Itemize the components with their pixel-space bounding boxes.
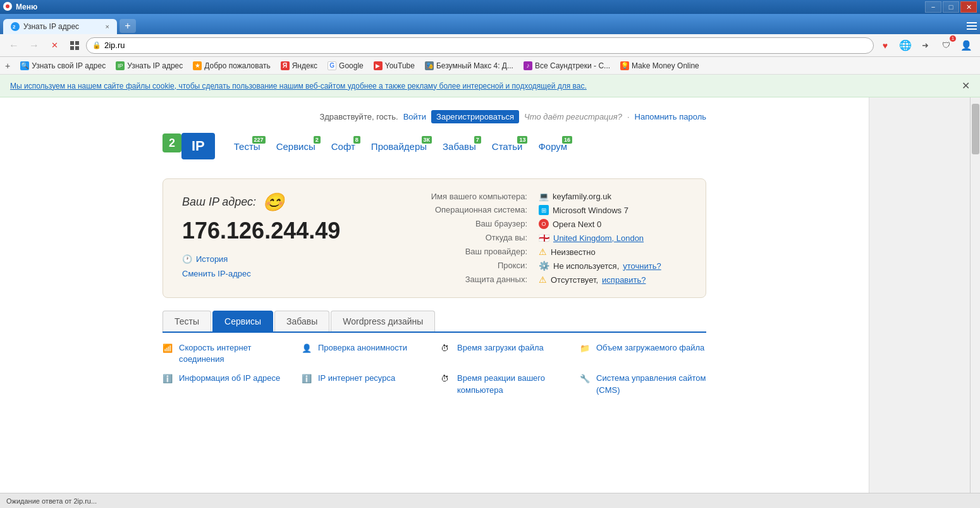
tab-close-button[interactable]: × [106,23,109,30]
data-fix-link[interactable]: исправить? [602,275,646,285]
bookmark-item-8[interactable]: 💡 Make Money Online [618,60,702,71]
label-provider: Ваш провайдер: [384,247,532,257]
label-browser: Ваш браузер: [384,219,532,229]
tab-wordpress[interactable]: Wordpress дизайны [331,311,435,331]
nav-item-servisy: 2 Сервисы [276,141,315,152]
ip-address: 176.126.244.49 [182,218,359,244]
proxy-clarify-link[interactable]: уточнить? [623,261,661,271]
what-gives-link[interactable]: Что даёт регистрация? [524,112,622,121]
os-icon: ⊞ [539,205,549,215]
greeting-label: Здравствуйте, гость. [319,112,398,121]
login-link[interactable]: Войти [403,112,426,121]
logo-number: 2 [162,133,181,152]
grid-button[interactable] [66,37,83,54]
service-item-3: 📁 Объем загружаемого файла [580,342,706,365]
ip-left-panel: Ваш IP адрес: 😊 176.126.244.49 🕐 История… [182,192,359,285]
nav-link-soft[interactable]: Софт [331,141,355,152]
site-body: Здравствуйте, гость. Войти Зарегистриров… [150,97,719,412]
ip-history-link[interactable]: 🕐 История [182,254,359,264]
logo-and-nav: 2 IP 227 Тесты 2 Сервисы 8 Софт [162,127,706,172]
nav-link-zabavy[interactable]: Забавы [443,141,476,152]
register-link[interactable]: Зарегистрироваться [431,110,519,123]
globe-button[interactable]: 🌐 [897,37,914,54]
service-icon-7: 🔧 [580,374,592,387]
bookmark-item-1[interactable]: IP Узнать IP адрес [113,60,185,71]
profile-button[interactable]: 👤 [957,37,975,54]
maximize-button[interactable]: □ [943,1,959,13]
label-location: Откуда вы: [384,233,532,243]
value-provider: ⚠ Неизвестно [539,247,687,257]
service-link-1[interactable]: Проверка анонимности [318,342,407,354]
content-wrapper: Здравствуйте, гость. Войти Зарегистриров… [0,97,980,508]
tab-servisy[interactable]: Сервисы [212,311,273,331]
badge-stati: 13 [517,136,527,144]
back-button[interactable]: ← [5,37,23,54]
value-location: 🏴󠁧󠁢󠁥󠁮󠁧󠁿 United Kingdom, London [539,233,687,243]
svg-text:2: 2 [13,24,16,30]
add-bookmark-button[interactable]: + [5,61,10,71]
warning-icon-provider: ⚠ [539,247,547,257]
flag-icon: 🏴󠁧󠁢󠁥󠁮󠁧󠁿 [539,233,549,243]
main-content: Здравствуйте, гость. Войти Зарегистриров… [0,97,869,508]
svg-rect-9 [75,46,79,50]
stop-reload-button[interactable]: ✕ [46,37,63,54]
nav-item-zabavy: 7 Забавы [443,141,476,152]
tab-bar: 2 Узнать IP адрес × + [0,14,980,34]
remind-password-link[interactable]: Напомнить пароль [635,112,706,121]
share-button[interactable] [917,37,934,54]
location-link[interactable]: United Kingdom, London [553,233,644,243]
service-link-2[interactable]: Время загрузки файла [457,342,544,354]
nav-item-testy: 227 Тесты [234,141,260,152]
bookmark-item-2[interactable]: ★ Добро пожаловать [190,60,273,71]
bookmark-item-6[interactable]: 🎭 Безумный Макс 4: Д... [422,60,516,71]
forward-button[interactable]: → [25,37,43,54]
address-input[interactable] [86,37,874,54]
lock-icon: 🔒 [92,41,101,49]
bookmark-item-5[interactable]: ▶ YouTube [371,60,417,71]
service-link-3[interactable]: Объем загружаемого файла [596,342,704,354]
service-link-0[interactable]: Скорость интернет соединения [179,342,289,365]
browser-tab[interactable]: 2 Узнать IP адрес × [3,19,117,34]
nav-actions: ♥ 🌐 🛡 1 👤 [876,37,975,54]
bookmark-item-4[interactable]: G Google [325,60,366,71]
cookie-close-button[interactable]: ✕ [962,80,970,92]
service-icon-1: 👤 [302,344,314,356]
service-link-5[interactable]: IP интернет ресурса [318,373,395,384]
scrollbar[interactable] [970,97,980,508]
heart-button[interactable]: ♥ [876,37,894,54]
service-item-2: ⏱ Время загрузки файла [441,342,567,365]
minimize-button[interactable]: − [925,1,941,13]
bookmark-item-7[interactable]: ♪ Все Саундтреки - С... [521,60,613,71]
cookie-text: Мы используем на нашем сайте файлы cooki… [10,82,587,90]
window-icon [3,2,12,13]
service-link-4[interactable]: Информация об IP адресе [179,373,280,384]
window-chrome: Меню − □ ✕ [0,0,980,14]
nav-link-provaidery[interactable]: Провайдеры [371,141,427,152]
service-item-1: 👤 Проверка анонимности [302,342,428,365]
tab-zabavy[interactable]: Забавы [274,311,329,331]
bookmark-icon-3: Я [281,61,290,70]
sidebar-ad-area [869,97,970,508]
navigation-bar: ← → ✕ 🔒 ♥ 🌐 🛡 1 👤 [0,34,980,57]
nav-item-soft: 8 Софт [331,141,355,152]
service-icon-0: 📶 [162,344,175,356]
service-link-7[interactable]: Система управления сайтом (CMS) [596,373,706,395]
bookmark-item-0[interactable]: 🔍 Узнать свой IP адрес [18,60,108,71]
shield-button[interactable]: 🛡 1 [937,37,955,54]
bookmark-item-3[interactable]: Я Яндекс [278,60,320,71]
close-button[interactable]: ✕ [960,1,977,13]
ip-change-link[interactable]: Сменить IP-адрес [182,269,359,278]
badge-provaidery: 3К [422,136,432,144]
nav-item-stati: 13 Статьи [492,141,523,152]
nav-link-servisy[interactable]: Сервисы [276,141,315,152]
ip-info-box: Ваш IP адрес: 😊 176.126.244.49 🕐 История… [162,178,706,298]
new-tab-button[interactable]: + [119,19,136,33]
scrollbar-thumb[interactable] [972,104,979,154]
svg-rect-3 [967,22,977,23]
sidebar-toggle[interactable] [967,22,977,32]
tab-testy[interactable]: Тесты [162,311,211,331]
bookmark-icon-8: 💡 [620,61,629,70]
service-link-6[interactable]: Время реакции вашего компьютера [457,373,567,395]
dot-separator: · [627,112,630,121]
service-icon-3: 📁 [580,344,592,356]
